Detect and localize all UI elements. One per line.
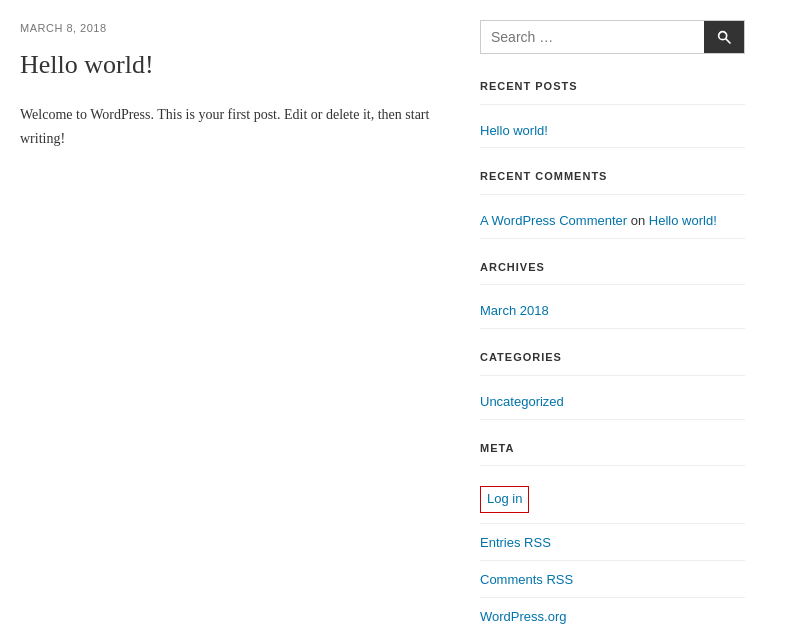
meta-heading: Meta — [480, 440, 745, 467]
post-title: Hello world! — [20, 44, 440, 86]
comments-rss-link[interactable]: Comments RSS — [480, 572, 573, 587]
login-link[interactable]: Log in — [480, 486, 529, 513]
wordpress-org-link[interactable]: WordPress.org — [480, 609, 566, 624]
recent-comments-heading: Recent Comments — [480, 168, 745, 195]
categories-heading: Categories — [480, 349, 745, 376]
post-content: Welcome to WordPress. This is your first… — [20, 103, 440, 151]
categories-section: Categories Uncategorized — [480, 349, 745, 419]
archives-section: Archives March 2018 — [480, 259, 745, 329]
archive-link[interactable]: March 2018 — [480, 295, 745, 329]
search-icon — [716, 29, 732, 45]
recent-comments-section: Recent Comments A WordPress Commenter on… — [480, 168, 745, 238]
page-wrapper: March 8, 2018 Hello world! Welcome to Wo… — [0, 0, 788, 629]
meta-section: Meta Log in Entries RSS Comments RSS Wor… — [480, 440, 745, 629]
comment-connector: on — [631, 213, 649, 228]
comment-author-link[interactable]: A WordPress Commenter — [480, 213, 627, 228]
meta-entries-row: Entries RSS — [480, 524, 745, 561]
post-date: March 8, 2018 — [20, 20, 440, 38]
sidebar: Recent Posts Hello world! Recent Comment… — [480, 20, 745, 629]
recent-post-link[interactable]: Hello world! — [480, 115, 745, 149]
recent-posts-section: Recent Posts Hello world! — [480, 78, 745, 148]
search-input[interactable] — [481, 21, 704, 53]
archives-heading: Archives — [480, 259, 745, 286]
recent-comment-entry: A WordPress Commenter on Hello world! — [480, 205, 745, 239]
search-form — [480, 20, 745, 54]
meta-login-row: Log in — [480, 476, 745, 524]
comment-post-link[interactable]: Hello world! — [649, 213, 717, 228]
svg-line-1 — [726, 39, 730, 43]
meta-comments-row: Comments RSS — [480, 561, 745, 598]
recent-posts-heading: Recent Posts — [480, 78, 745, 105]
meta-wordpress-row: WordPress.org — [480, 598, 745, 629]
category-link[interactable]: Uncategorized — [480, 386, 745, 420]
main-content: March 8, 2018 Hello world! Welcome to Wo… — [20, 20, 480, 629]
entries-rss-link[interactable]: Entries RSS — [480, 535, 551, 550]
search-button[interactable] — [704, 21, 744, 53]
